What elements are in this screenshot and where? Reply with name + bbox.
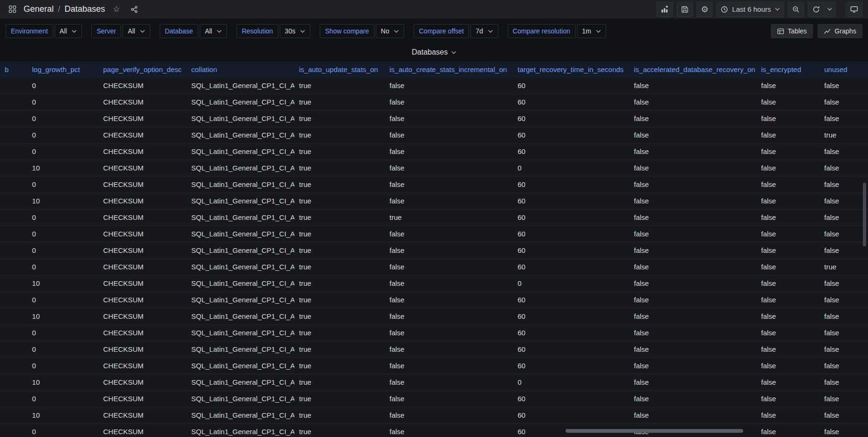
table-cell: true (294, 259, 385, 275)
filter-label-compare-offset[interactable]: Compare offset (414, 24, 469, 38)
column-header-target_recovery_time_in_seconds[interactable]: target_recovery_time_in_seconds (513, 61, 629, 77)
graphs-link-button[interactable]: Graphs (818, 24, 862, 38)
table-cell: SQL_Latin1_General_CP1_CI_AS (187, 308, 294, 324)
table-cell: 0 (27, 341, 98, 357)
table-cell: CHECKSUM (98, 341, 187, 357)
time-range-label: Last 6 hours (732, 5, 771, 13)
table-cell: true (294, 407, 385, 423)
table-cell: 0 (27, 209, 98, 226)
table-cell: true (294, 291, 385, 308)
filter-value-dropdown-compare-offset[interactable]: 7d (471, 24, 498, 38)
time-range-picker[interactable]: Last 6 hours (716, 2, 784, 17)
filter-label-show-compare[interactable]: Show compare (320, 24, 374, 38)
table-cell: 0 (27, 110, 98, 127)
column-header-b[interactable]: b (0, 61, 27, 77)
table-cell: 0 (27, 94, 98, 110)
filter-selected-value: All (128, 27, 135, 35)
chevron-down-icon (300, 30, 305, 33)
table-cell: true (294, 110, 385, 127)
table-cell: CHECKSUM (98, 407, 187, 423)
star-icon[interactable]: ☆ (110, 3, 123, 16)
table-cell: true (294, 193, 385, 209)
filter-selected-value: 1m (582, 27, 591, 35)
kiosk-mode-button[interactable] (846, 2, 862, 17)
table-cell (0, 209, 27, 226)
table-cell: false (756, 127, 819, 143)
table-row: 10CHECKSUMSQL_Latin1_General_CP1_CI_AStr… (0, 374, 868, 390)
view-links: Tables Graphs (771, 24, 862, 38)
table-cell: false (385, 193, 513, 209)
table-cell: false (819, 341, 868, 357)
table-cell: SQL_Latin1_General_CP1_CI_AS (187, 226, 294, 242)
filter-label-compare-resolution[interactable]: Compare resolution (508, 24, 576, 38)
dashboard-settings-button[interactable]: ⚙ (697, 2, 713, 17)
table-cell: true (294, 209, 385, 226)
table-cell: 60 (513, 407, 629, 423)
table-cell: 0 (27, 291, 98, 308)
table-cell: false (756, 110, 819, 127)
vertical-scrollbar-thumb[interactable] (863, 183, 866, 246)
filter-value-dropdown-environment[interactable]: All (55, 24, 82, 38)
table-cell: 60 (513, 324, 629, 341)
column-header-is_encrypted[interactable]: is_encrypted (756, 61, 819, 77)
table-row: 0CHECKSUMSQL_Latin1_General_CP1_CI_AStru… (0, 357, 868, 374)
table-cell: CHECKSUM (98, 324, 187, 341)
table-cell: false (819, 407, 868, 423)
table-cell: CHECKSUM (98, 259, 187, 275)
panel-header[interactable]: Databases (0, 43, 868, 61)
table-cell: false (819, 242, 868, 259)
filter-selected-value: No (381, 27, 389, 35)
gear-icon: ⚙ (701, 5, 708, 14)
refresh-button[interactable] (808, 2, 824, 17)
column-header-is_auto_create_stats_incremental_on[interactable]: is_auto_create_stats_incremental_on (385, 61, 513, 77)
column-header-is_auto_update_stats_on[interactable]: is_auto_update_stats_on (294, 61, 385, 77)
refresh-interval-dropdown[interactable] (824, 2, 836, 17)
tables-link-button[interactable]: Tables (771, 24, 813, 38)
filter-label-environment[interactable]: Environment (6, 24, 53, 38)
table-cell: false (756, 407, 819, 423)
table-cell: false (756, 308, 819, 324)
zoom-out-button[interactable] (788, 2, 804, 17)
filter-value-dropdown-resolution[interactable]: 30s (280, 24, 311, 38)
filter-label-resolution[interactable]: Resolution (236, 24, 278, 38)
breadcrumb-page[interactable]: Databases (65, 4, 105, 14)
breadcrumb-section[interactable]: General (24, 4, 54, 14)
share-icon[interactable] (128, 3, 141, 16)
table-row: 0CHECKSUMSQL_Latin1_General_CP1_CI_AStru… (0, 324, 868, 341)
table-cell: false (385, 308, 513, 324)
table-cell: CHECKSUM (98, 374, 187, 390)
column-header-is_accelerated_database_recovery_on[interactable]: is_accelerated_database_recovery_on (629, 61, 756, 77)
column-header-unused[interactable]: unused (819, 61, 868, 77)
table-cell: true (819, 259, 868, 275)
filter-value-dropdown-database[interactable]: All (200, 24, 227, 38)
column-header-collation[interactable]: collation (187, 61, 294, 77)
table-cell: true (294, 275, 385, 291)
table-cell: false (629, 110, 756, 127)
column-header-log_growth_pct[interactable]: log_growth_pct (27, 61, 98, 77)
table-cell: false (385, 407, 513, 423)
table-cell: CHECKSUM (98, 242, 187, 259)
table-cell: false (629, 275, 756, 291)
add-panel-icon (661, 5, 669, 13)
table-row: 10CHECKSUMSQL_Latin1_General_CP1_CI_AStr… (0, 160, 868, 176)
table-cell: false (819, 209, 868, 226)
apps-grid-icon[interactable] (6, 3, 19, 16)
table-cell: false (819, 94, 868, 110)
table-cell: true (294, 143, 385, 160)
save-dashboard-button[interactable] (677, 2, 693, 17)
table-cell: false (756, 77, 819, 94)
refresh-icon (812, 6, 820, 13)
panel-menu-chevron-icon (451, 51, 456, 54)
horizontal-scrollbar-thumb[interactable] (566, 429, 743, 433)
add-panel-button[interactable] (657, 2, 673, 17)
table-cell: 0 (27, 423, 98, 437)
filter-value-dropdown-server[interactable]: All (122, 24, 150, 38)
column-header-page_verify_option_desc[interactable]: page_verify_option_desc (98, 61, 187, 77)
filter-label-server[interactable]: Server (91, 24, 121, 38)
filter-value-dropdown-compare-resolution[interactable]: 1m (577, 24, 606, 38)
breadcrumb-separator: / (58, 4, 60, 14)
table-cell: false (756, 390, 819, 407)
filter-label-database[interactable]: Database (160, 24, 198, 38)
table-cell: false (756, 275, 819, 291)
filter-value-dropdown-show-compare[interactable]: No (376, 24, 405, 38)
